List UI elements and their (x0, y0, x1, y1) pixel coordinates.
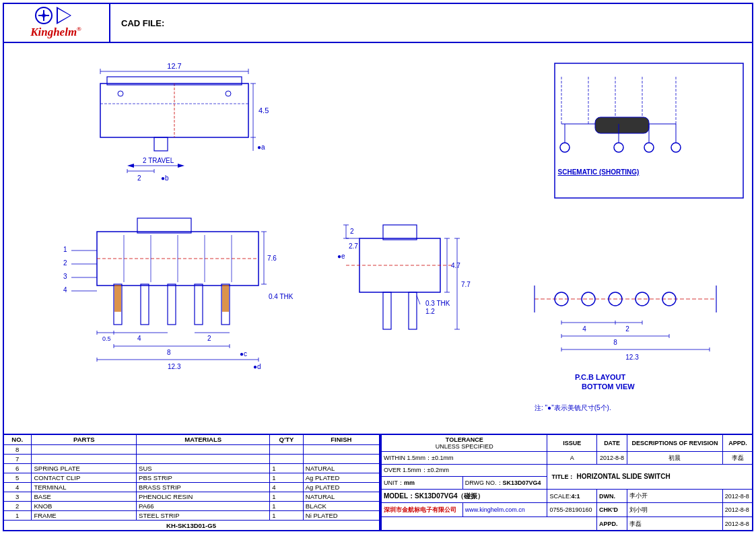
bom-row: 8 (3, 445, 380, 455)
title-value-cell: TITLE： HORIZONTAL SLIDE SWITCH (547, 464, 753, 489)
bom-row: 6SPRING PLATESUS1NATURAL (3, 464, 380, 473)
bom-cell: 1 (3, 511, 32, 521)
svg-rect-35 (137, 218, 191, 233)
svg-text:4.7: 4.7 (451, 262, 460, 269)
target-icon (35, 7, 53, 24)
svg-rect-45 (195, 284, 203, 325)
bom-cell (32, 445, 137, 455)
drwg-cell: DRWG NO.：SK13D07VG4 (462, 477, 547, 489)
bom-row: 5CONTACT CLIPPBS STRIP1Ag PLATED (3, 473, 380, 483)
svg-text:2 TRAVEL: 2 TRAVEL (143, 157, 174, 164)
bom-cell: PBS STRIP (137, 473, 270, 483)
bom-header-parts: PARTS (32, 434, 137, 445)
arrow-icon (57, 7, 77, 24)
bom-header-materials: MATERIALS (137, 434, 270, 445)
header-row: Kinghelm® CAD FILE: (3, 3, 753, 43)
svg-text:12.3: 12.3 (168, 363, 181, 370)
bom-header-qty: Q'TY (270, 434, 304, 445)
svg-rect-47 (114, 285, 121, 312)
bom-cell (270, 445, 304, 455)
bom-cell: 1 (270, 464, 304, 473)
bom-cell: PHENOLIC RESIN (137, 492, 270, 502)
phone: 0755-28190160 (547, 503, 597, 517)
drawing-area: 12.7 4.5 ●a 2 TRAVEL 2 ●b 1 2 3 4 (3, 43, 753, 434)
chkd-label: CHK'D (596, 503, 627, 517)
bom-cell: 3 (3, 492, 32, 502)
bom-cell (137, 445, 270, 455)
svg-text:P.C.B LAYOUT: P.C.B LAYOUT (575, 373, 625, 381)
bom-cell: Ag PLATED (303, 483, 379, 492)
date-label: DATE (596, 434, 627, 452)
svg-text:4: 4 (137, 335, 141, 342)
svg-point-6 (226, 91, 231, 96)
bom-cell: TERMINAL (32, 483, 137, 492)
svg-line-78 (417, 296, 420, 304)
bom-cell: 4 (3, 483, 32, 492)
scale-cell: SCALE:4:1 (547, 489, 597, 503)
svg-text:0.5: 0.5 (102, 335, 111, 342)
svg-point-131 (644, 143, 654, 152)
issue-date: 2012-8-8 (596, 452, 627, 464)
svg-rect-4 (154, 137, 168, 151)
dwn-date: 2012-8-8 (722, 489, 753, 503)
bom-cell: BLACK (303, 502, 379, 511)
appd-date: 2012-8-8 (722, 517, 753, 531)
svg-marker-18 (127, 164, 134, 168)
website: www.kinghelm.com.cn (462, 503, 547, 517)
bom-cell (137, 455, 270, 464)
svg-text:2: 2 (207, 335, 211, 342)
svg-text:7.7: 7.7 (461, 281, 471, 288)
bom-cell: BRASS STRIP (137, 483, 270, 492)
bom-cell: 1 (270, 492, 304, 502)
svg-point-130 (614, 143, 623, 152)
tolerance-label: TOLERANCE UNLESS SPECIFIED (382, 434, 547, 452)
svg-text:1: 1 (63, 246, 67, 253)
svg-text:0.4 THK: 0.4 THK (269, 293, 294, 300)
svg-text:1.2: 1.2 (425, 308, 435, 315)
svg-text:4.5: 4.5 (259, 106, 269, 114)
rev-name1: 初晨 (627, 452, 723, 464)
svg-point-129 (560, 143, 570, 152)
appd-name: 李磊 (627, 517, 723, 531)
company-cn: 深圳市金航标电子有限公司 (382, 503, 463, 517)
bom-row: 2KNOBPA661BLACK (3, 502, 380, 511)
rev-appd1: 李磊 (722, 452, 753, 464)
appd-bottom-label: APPD. (596, 517, 627, 531)
bom-cell (303, 445, 379, 455)
bom-cell: CONTACT CLIP (32, 473, 137, 483)
bom-cell: 2 (3, 502, 32, 511)
svg-text:2: 2 (63, 259, 67, 267)
bom-cell: 6 (3, 464, 32, 473)
appd-header: APPD. (722, 434, 753, 452)
svg-text:4: 4 (63, 286, 67, 294)
chkd-name: 刘小明 (627, 503, 723, 517)
svg-text:●b: ●b (161, 174, 169, 182)
chkd-date: 2012-8-8 (722, 503, 753, 517)
bom-cell: SPRING PLATE (32, 464, 137, 473)
bom-cell: PA66 (137, 502, 270, 511)
bom-cell: 4 (270, 483, 304, 492)
title-block: TOLERANCE UNLESS SPECIFIED ISSUE DATE DE… (381, 434, 753, 531)
logo-box: Kinghelm® (3, 3, 110, 43)
bom-cell (270, 455, 304, 464)
svg-text:12.7: 12.7 (167, 62, 181, 70)
svg-text:7.6: 7.6 (267, 255, 277, 262)
svg-text:2: 2 (137, 174, 141, 182)
logo-icons (35, 7, 77, 24)
svg-text:4: 4 (582, 325, 586, 333)
dwn-label: DWN. (596, 489, 627, 503)
bom-row: 4TERMINALBRASS STRIP4Ag PLATED (3, 483, 380, 492)
svg-text:●e: ●e (337, 253, 345, 260)
svg-text:●c: ●c (240, 350, 247, 358)
bom-header-no: NO. (3, 434, 32, 445)
svg-text:0.3 THK: 0.3 THK (425, 300, 450, 307)
bom-cell (32, 455, 137, 464)
bom-table: NO. PARTS MATERIALS Q'TY FINISH 876SPRIN… (3, 434, 380, 531)
svg-text:2: 2 (625, 325, 629, 333)
svg-point-132 (671, 143, 681, 152)
svg-rect-43 (141, 284, 149, 325)
svg-point-5 (118, 91, 123, 96)
bom-cell: FRAME (32, 511, 137, 521)
over-label: OVER 1.5mm：±0.2mm (382, 464, 547, 476)
svg-rect-44 (168, 284, 176, 325)
